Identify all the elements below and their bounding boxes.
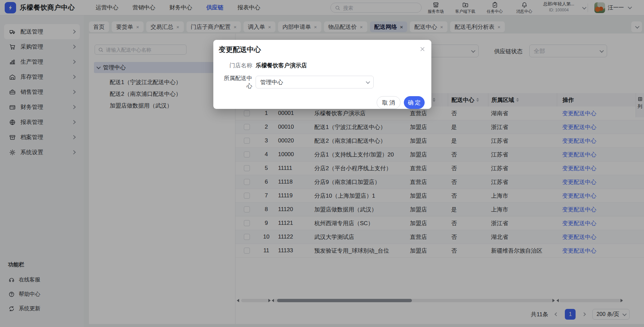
change-delivery-center-modal: 变更配送中心 门店名称 乐檬餐饮客户演示店 所属配送中心 管理中心 取 消 确 … [213,40,431,109]
store-name-row: 门店名称 乐檬餐饮客户演示店 [219,62,425,69]
chevron-down-icon [366,79,370,84]
modal-title: 变更配送中心 [219,45,425,54]
cancel-button[interactable]: 取 消 [377,96,400,109]
delivery-center-select[interactable]: 管理中心 [256,76,374,88]
delivery-center-label: 所属配送中心 [219,74,252,90]
modal-footer: 取 消 确 定 [219,96,425,109]
delivery-center-row: 所属配送中心 管理中心 [219,74,425,90]
store-name-value: 乐檬餐饮客户演示店 [256,62,307,69]
modal-close-button[interactable] [419,45,426,53]
confirm-button[interactable]: 确 定 [404,96,425,109]
store-name-label: 门店名称 [219,62,252,69]
app-screen: 乐檬餐饮商户中心 运营中心营销中心财务中心供应链报表中心 服务市场客户端下载任务… [0,0,644,327]
delivery-center-value: 管理中心 [260,78,283,86]
